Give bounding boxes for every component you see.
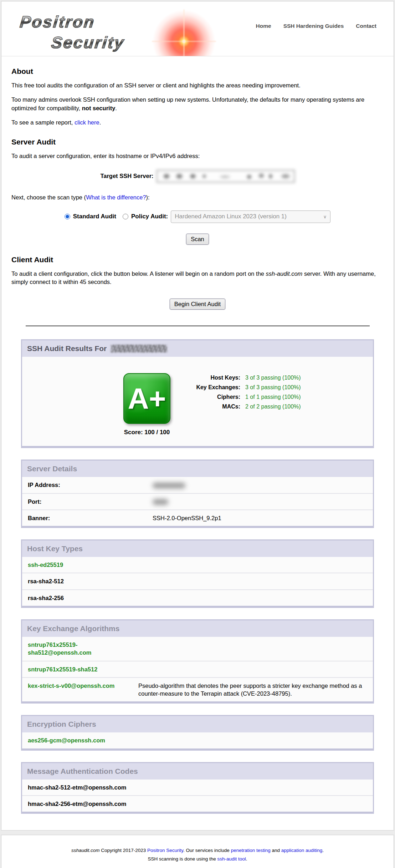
scan-type-end: ): bbox=[146, 194, 150, 200]
table-row: sntrup761x25519-sha512@openssh.com bbox=[22, 637, 373, 661]
table-row: IP Address: bbox=[22, 477, 373, 493]
stat-label: Key Exchanges: bbox=[187, 384, 240, 391]
positron-security-logo[interactable]: Positron Security bbox=[12, 6, 212, 56]
footer-copyright: Copyright 2017-2023 bbox=[99, 848, 147, 853]
algorithm-description bbox=[133, 590, 373, 606]
results-title: SSH Audit Results For bbox=[27, 344, 107, 353]
policy-select-value: Hardened Amazon Linux 2023 (version 1) bbox=[175, 213, 287, 220]
nav-contact[interactable]: Contact bbox=[356, 23, 376, 29]
standard-audit-radio[interactable] bbox=[65, 214, 70, 219]
macs-table: hmac-sha2-512-etm@openssh.com hmac-sha2-… bbox=[22, 780, 373, 812]
grade-badge: A+ bbox=[123, 373, 170, 424]
target-ssh-server-input[interactable] bbox=[157, 170, 295, 183]
page: Positron Security Home SSH Hardening Gui… bbox=[0, 1, 395, 868]
table-row: kex-strict-s-v00@openssh.comPseudo-algor… bbox=[22, 677, 373, 702]
algorithm-description bbox=[133, 557, 373, 573]
footer-scanning-text: SSH scanning is done using the bbox=[148, 856, 217, 862]
footer-auditing-link[interactable]: application auditing bbox=[281, 848, 323, 853]
table-row: ssh-ed25519 bbox=[22, 557, 373, 573]
standard-audit-label: Standard Audit bbox=[73, 213, 116, 220]
sample-report-paragraph: To see a sample report, click here. bbox=[11, 118, 384, 127]
main-nav: Home SSH Hardening Guides Contact bbox=[256, 23, 376, 29]
site-footer: sshaudit.com Copyright 2017-2023 Positro… bbox=[1, 835, 394, 868]
algorithm-name: hmac-sha2-512-etm@openssh.com bbox=[22, 780, 133, 796]
algorithm-name: sntrup761x25519-sha512@openssh.com bbox=[22, 637, 133, 661]
footer-and-text: and bbox=[271, 848, 281, 853]
algorithm-description bbox=[133, 732, 373, 748]
footer-site-name: sshaudit.com bbox=[71, 848, 100, 853]
grade-column: A+ Score: 100 / 100 bbox=[123, 373, 171, 436]
sample-report-end: . bbox=[99, 119, 101, 126]
client-audit-heading: Client Audit bbox=[11, 255, 384, 264]
footer-pentest-link[interactable]: penetration testing bbox=[231, 848, 271, 853]
nav-home[interactable]: Home bbox=[256, 23, 271, 29]
about-paragraph-1: This free tool audits the configuration … bbox=[11, 81, 384, 90]
table-row: rsa-sha2-256 bbox=[22, 590, 373, 606]
scan-type-text: Next, choose the scan type ( bbox=[11, 194, 86, 200]
stat-label: MACs: bbox=[187, 403, 240, 410]
stat-row-ciphers: Ciphers: 1 of 1 passing (100%) bbox=[187, 394, 301, 400]
server-details-panel: Server Details IP Address: Port: Banner:… bbox=[21, 460, 374, 528]
macs-panel: Message Authentication Codes hmac-sha2-5… bbox=[21, 762, 374, 814]
policy-select[interactable]: Hardened Amazon Linux 2023 (version 1) ∨ bbox=[171, 210, 330, 223]
algorithm-description bbox=[133, 796, 373, 812]
nav-ssh-hardening-guides[interactable]: SSH Hardening Guides bbox=[283, 23, 344, 29]
logo-text-positron: Positron bbox=[19, 12, 96, 31]
sample-report-link[interactable]: click here bbox=[75, 119, 99, 126]
scan-type-paragraph: Next, choose the scan type (What is the … bbox=[11, 193, 384, 202]
stat-value: 2 of 2 passing (100%) bbox=[245, 403, 301, 410]
about-p2-end: . bbox=[115, 105, 117, 111]
stat-value: 3 of 3 passing (100%) bbox=[245, 375, 301, 381]
results-body: A+ Score: 100 / 100 Host Keys: 3 of 3 pa… bbox=[22, 357, 373, 446]
algorithm-description bbox=[133, 573, 373, 589]
encryption-ciphers-table: aes256-gcm@openssh.com bbox=[22, 732, 373, 748]
score-label: Score: 100 / 100 bbox=[123, 429, 171, 436]
table-row: rsa-sha2-512 bbox=[22, 573, 373, 589]
section-divider bbox=[26, 325, 370, 326]
footer-ssh-audit-tool-link[interactable]: ssh-audit tool bbox=[217, 856, 246, 862]
algorithm-name: rsa-sha2-512 bbox=[22, 573, 133, 589]
stat-row-key-exchanges: Key Exchanges: 3 of 3 passing (100%) bbox=[187, 384, 301, 391]
algorithm-name: sntrup761x25519-sha512 bbox=[22, 661, 133, 677]
redacted-hostname-smudge bbox=[157, 170, 295, 183]
policy-audit-radio[interactable] bbox=[123, 214, 128, 219]
about-p2-bold: not security bbox=[82, 105, 116, 111]
detail-value bbox=[147, 493, 373, 510]
table-row: hmac-sha2-512-etm@openssh.com bbox=[22, 780, 373, 796]
host-key-types-panel: Host Key Types ssh-ed25519 rsa-sha2-512 … bbox=[21, 539, 374, 608]
footer-company-link[interactable]: Positron Security bbox=[147, 848, 183, 853]
footer-line-2: SSH scanning is done using the ssh-audit… bbox=[5, 856, 390, 862]
begin-client-audit-button[interactable]: Begin Client Audit bbox=[170, 299, 225, 310]
stat-value: 1 of 1 passing (100%) bbox=[245, 394, 301, 400]
starburst-icon bbox=[152, 9, 216, 56]
server-details-header: Server Details bbox=[22, 461, 373, 477]
algorithm-name: hmac-sha2-256-etm@openssh.com bbox=[22, 796, 133, 812]
scan-button[interactable]: Scan bbox=[186, 234, 209, 245]
main-content: About This free tool audits the configur… bbox=[1, 67, 394, 814]
encryption-ciphers-header: Encryption Ciphers bbox=[22, 716, 373, 732]
scan-button-row: Scan bbox=[11, 234, 384, 245]
algorithm-name: ssh-ed25519 bbox=[22, 557, 133, 573]
results-panel: SSH Audit Results For A+ Score: 100 / 10… bbox=[21, 339, 374, 448]
server-details-table: IP Address: Port: Banner: SSH-2.0-OpenSS… bbox=[22, 477, 373, 526]
algorithm-name: aes256-gcm@openssh.com bbox=[22, 732, 133, 748]
stat-row-macs: MACs: 2 of 2 passing (100%) bbox=[187, 403, 301, 410]
scan-type-radio-row: Standard Audit Policy Audit: Hardened Am… bbox=[11, 210, 384, 223]
algorithm-description bbox=[133, 661, 373, 677]
logo-text-security: Security bbox=[50, 33, 125, 52]
table-row: Port: bbox=[22, 493, 373, 510]
stat-label: Host Keys: bbox=[187, 375, 240, 381]
client-audit-domain: ssh-audit.com bbox=[266, 270, 303, 277]
about-heading: About bbox=[11, 67, 384, 76]
redacted-ip-address bbox=[153, 483, 185, 488]
site-header: Positron Security Home SSH Hardening Gui… bbox=[1, 1, 394, 56]
table-row: hmac-sha2-256-etm@openssh.com bbox=[22, 796, 373, 812]
about-paragraph-2: Too many admins overlook SSH configurati… bbox=[11, 96, 384, 113]
main-content-box: Positron Security Home SSH Hardening Gui… bbox=[1, 1, 394, 831]
what-is-the-difference-link[interactable]: What is the difference? bbox=[86, 194, 146, 200]
stat-value: 3 of 3 passing (100%) bbox=[245, 384, 301, 391]
client-audit-paragraph: To audit a client configuration, click t… bbox=[11, 270, 384, 287]
table-row: Banner: SSH-2.0-OpenSSH_9.2p1 bbox=[22, 510, 373, 526]
target-ssh-server-label: Target SSH Server: bbox=[100, 173, 153, 179]
about-p2-text: Too many admins overlook SSH configurati… bbox=[11, 96, 364, 111]
